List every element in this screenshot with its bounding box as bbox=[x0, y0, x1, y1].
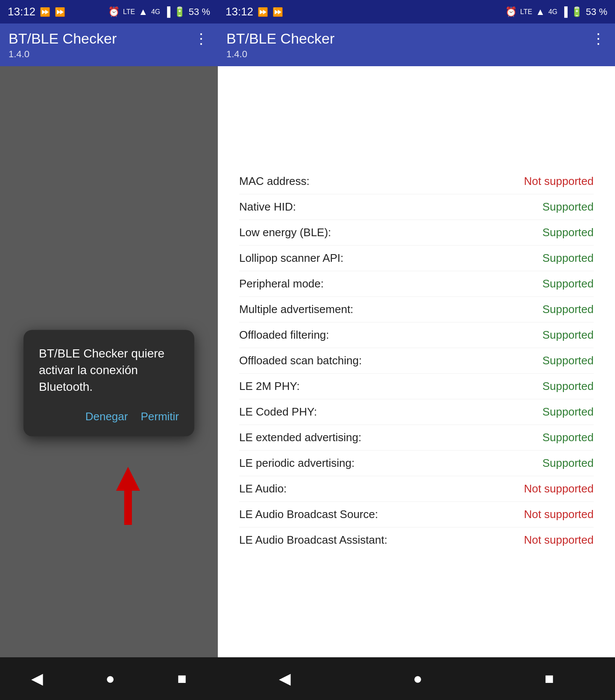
right-menu-button[interactable]: ⋮ bbox=[591, 30, 606, 47]
feature-row: Native HID:Supported bbox=[239, 194, 594, 220]
left-time: 13:12 bbox=[8, 5, 35, 18]
left-app-bar: BT/BLE Checker ⋮ 1.4.0 bbox=[0, 23, 218, 66]
feature-label: MAC address: bbox=[239, 175, 310, 188]
dialog-buttons: Denegar Permitir bbox=[39, 407, 179, 426]
left-status-icons: ⏰ LTE ▲ 4G ▐ 🔋 53 % bbox=[108, 6, 210, 18]
right-recents-button[interactable]: ■ bbox=[532, 665, 567, 692]
feature-label: Peripheral mode: bbox=[239, 277, 324, 290]
feature-label: Lollipop scanner API: bbox=[239, 252, 343, 265]
feature-label: LE periodic advertising: bbox=[239, 457, 354, 470]
right-app-bar: BT/BLE Checker ⋮ 1.4.0 bbox=[218, 23, 615, 66]
right-panel: 13:12 ⏩ ⏩ ⏰ LTE ▲ 4G ▐ 🔋 53 % BT/BLE Che… bbox=[218, 0, 615, 700]
right-app-version: 1.4.0 bbox=[226, 49, 606, 60]
left-back-button[interactable]: ◀ bbox=[18, 665, 56, 692]
left-home-button[interactable]: ● bbox=[93, 665, 128, 692]
right-status-icons: ⏰ LTE ▲ 4G ▐ 🔋 53 % bbox=[505, 6, 607, 18]
right-icon1: ⏩ bbox=[258, 7, 268, 17]
feature-label: LE Coded PHY: bbox=[239, 405, 317, 419]
feature-status: Not supported bbox=[500, 482, 594, 495]
feature-status: Supported bbox=[500, 303, 594, 316]
lte-icon: LTE bbox=[123, 8, 135, 16]
feature-label: Offloaded filtering: bbox=[239, 328, 329, 342]
features-list: MAC address:Not supportedNative HID:Supp… bbox=[239, 169, 594, 553]
feature-row: Peripheral mode:Supported bbox=[239, 271, 594, 297]
feature-status: Not supported bbox=[500, 508, 594, 521]
feature-status: Supported bbox=[500, 200, 594, 214]
right-alarm-icon: ⏰ bbox=[505, 6, 517, 18]
feature-label: LE Audio: bbox=[239, 482, 287, 495]
left-status-time-area: 13:12 ⏩ ⏩ bbox=[8, 5, 65, 18]
arrow-head-icon bbox=[116, 467, 140, 491]
feature-row: Lollipop scanner API:Supported bbox=[239, 246, 594, 271]
feature-status: Supported bbox=[500, 380, 594, 393]
feature-row: LE periodic advertising:Supported bbox=[239, 451, 594, 476]
feature-label: LE extended advertising: bbox=[239, 431, 361, 444]
right-status-bar: 13:12 ⏩ ⏩ ⏰ LTE ▲ 4G ▐ 🔋 53 % bbox=[218, 0, 615, 23]
feature-label: Native HID: bbox=[239, 200, 296, 214]
right-app-title: BT/BLE Checker bbox=[226, 30, 334, 47]
right-status-time-area: 13:12 ⏩ ⏩ bbox=[226, 5, 283, 18]
feature-row: MAC address:Not supported bbox=[239, 169, 594, 194]
dialog-message: BT/BLE Checker quiere activar la conexió… bbox=[39, 345, 179, 395]
feature-status: Supported bbox=[500, 277, 594, 290]
feature-row: Low energy (BLE):Supported bbox=[239, 220, 594, 246]
feature-label: Low energy (BLE): bbox=[239, 226, 331, 239]
right-time: 13:12 bbox=[226, 5, 253, 18]
right-signal-bars-icon: ▐ bbox=[561, 6, 568, 18]
feature-row: LE Audio:Not supported bbox=[239, 476, 594, 502]
arrow-indicator bbox=[116, 467, 140, 525]
arrow-shaft bbox=[124, 491, 132, 525]
left-content-area: BT/BLE Checker quiere activar la conexió… bbox=[0, 66, 218, 657]
bluetooth-dialog: BT/BLE Checker quiere activar la conexió… bbox=[23, 330, 194, 436]
feature-row: LE Coded PHY:Supported bbox=[239, 399, 594, 425]
right-icon2: ⏩ bbox=[272, 7, 283, 17]
feature-row: Multiple advertisement:Supported bbox=[239, 297, 594, 322]
left-icon2: ⏩ bbox=[55, 7, 65, 17]
left-menu-button[interactable]: ⋮ bbox=[194, 30, 209, 47]
top-spacer bbox=[239, 83, 594, 169]
right-nav-bar: ◀ ● ■ bbox=[218, 657, 615, 700]
feature-row: LE Audio Broadcast Assistant:Not support… bbox=[239, 527, 594, 553]
left-recents-button[interactable]: ■ bbox=[164, 665, 199, 692]
signal-bars-icon: ▐ bbox=[164, 6, 170, 18]
allow-button[interactable]: Permitir bbox=[141, 407, 179, 426]
feature-status: Supported bbox=[500, 405, 594, 419]
feature-label: LE Audio Broadcast Source: bbox=[239, 508, 378, 521]
right-signal-4g-icon: 4G bbox=[548, 8, 557, 16]
left-panel: 13:12 ⏩ ⏩ ⏰ LTE ▲ 4G ▐ 🔋 53 % BT/BLE Che… bbox=[0, 0, 218, 700]
right-lte-icon: LTE bbox=[520, 8, 532, 16]
right-wifi-icon: ▲ bbox=[536, 6, 545, 18]
feature-status: Supported bbox=[500, 252, 594, 265]
right-battery-icon: 🔋 bbox=[571, 6, 583, 18]
feature-status: Supported bbox=[500, 226, 594, 239]
feature-row: Offloaded scan batching:Supported bbox=[239, 348, 594, 374]
right-content-area: MAC address:Not supportedNative HID:Supp… bbox=[218, 66, 615, 657]
feature-row: Offloaded filtering:Supported bbox=[239, 322, 594, 348]
feature-status: Not supported bbox=[500, 175, 594, 188]
feature-row: LE Audio Broadcast Source:Not supported bbox=[239, 502, 594, 527]
feature-row: LE 2M PHY:Supported bbox=[239, 374, 594, 399]
left-nav-bar: ◀ ● ■ bbox=[0, 657, 218, 700]
feature-label: LE 2M PHY: bbox=[239, 380, 300, 393]
deny-button[interactable]: Denegar bbox=[85, 407, 128, 426]
left-status-bar: 13:12 ⏩ ⏩ ⏰ LTE ▲ 4G ▐ 🔋 53 % bbox=[0, 0, 218, 23]
wifi-icon: ▲ bbox=[138, 6, 148, 18]
feature-label: Offloaded scan batching: bbox=[239, 354, 362, 367]
feature-status: Not supported bbox=[500, 533, 594, 547]
feature-status: Supported bbox=[500, 354, 594, 367]
battery-icon: 🔋 bbox=[174, 6, 185, 18]
battery-text: 53 % bbox=[189, 6, 210, 18]
left-app-title: BT/BLE Checker bbox=[9, 30, 117, 47]
feature-status: Supported bbox=[500, 431, 594, 444]
feature-label: LE Audio Broadcast Assistant: bbox=[239, 533, 387, 547]
feature-status: Supported bbox=[500, 328, 594, 342]
left-app-version: 1.4.0 bbox=[9, 49, 209, 60]
feature-label: Multiple advertisement: bbox=[239, 303, 353, 316]
right-home-button[interactable]: ● bbox=[400, 665, 435, 692]
right-battery-text: 53 % bbox=[586, 6, 607, 18]
signal-4g-icon: 4G bbox=[151, 8, 160, 16]
right-back-button[interactable]: ◀ bbox=[266, 665, 304, 692]
alarm-icon: ⏰ bbox=[108, 6, 120, 18]
feature-status: Supported bbox=[500, 457, 594, 470]
left-icon1: ⏩ bbox=[40, 7, 50, 17]
